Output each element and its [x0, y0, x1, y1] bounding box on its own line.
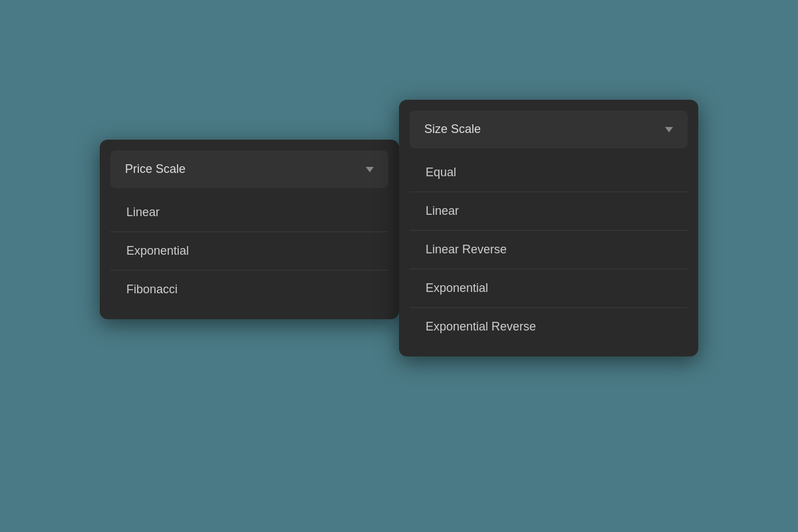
price-scale-panel: Price Scale Linear Exponential Fibonacci — [100, 140, 399, 319]
scene: Price Scale Linear Exponential Fibonacci… — [100, 100, 698, 432]
price-scale-header[interactable]: Price Scale — [110, 150, 388, 188]
size-scale-panel: Size Scale Equal Linear Linear Reverse E… — [399, 100, 698, 356]
price-scale-item-fibonacci[interactable]: Fibonacci — [110, 271, 388, 309]
size-scale-label: Size Scale — [424, 122, 481, 136]
price-scale-item-exponential[interactable]: Exponential — [110, 232, 388, 271]
size-scale-item-exponential-reverse[interactable]: Exponential Reverse — [410, 308, 688, 346]
price-scale-chevron-icon — [366, 167, 374, 172]
size-scale-item-linear[interactable]: Linear — [410, 192, 688, 231]
price-scale-label: Price Scale — [125, 162, 186, 176]
price-scale-item-linear[interactable]: Linear — [110, 194, 388, 232]
size-scale-chevron-icon — [665, 127, 673, 132]
price-scale-items: Linear Exponential Fibonacci — [100, 188, 399, 319]
size-scale-item-exponential[interactable]: Exponential — [410, 269, 688, 308]
size-scale-header[interactable]: Size Scale — [410, 110, 688, 148]
size-scale-item-equal[interactable]: Equal — [410, 154, 688, 192]
size-scale-item-linear-reverse[interactable]: Linear Reverse — [410, 231, 688, 269]
size-scale-items: Equal Linear Linear Reverse Exponential … — [399, 148, 698, 356]
